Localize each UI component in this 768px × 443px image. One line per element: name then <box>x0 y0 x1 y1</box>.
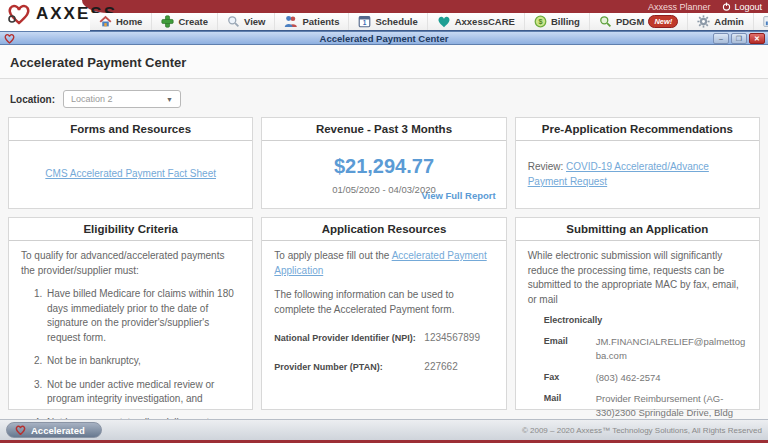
forms-resources-card: Forms and Resources CMS Accelerated Paym… <box>8 117 253 209</box>
view-magnifier-icon <box>227 15 240 28</box>
nav-item-home[interactable]: Home <box>90 13 152 30</box>
mail-value: Provider Reimbursement (AG-330)2300 Spri… <box>596 392 747 419</box>
taskbar-heart-icon <box>15 425 26 435</box>
window-title-bar: Accelerated Payment Center – ❐ ✕ <box>0 31 768 45</box>
apply-paragraph: To apply please fill out the Accelerated… <box>274 249 493 278</box>
revenue-date-range: 01/05/2020 - 04/03/2020 <box>332 183 436 197</box>
patients-icon <box>284 15 298 28</box>
eligibility-list: Have billed Medicare for claims within 1… <box>45 287 240 419</box>
copyright-text: © 2009 – 2020 Axxess™ Technology Solutio… <box>522 426 762 435</box>
ptan-value: 227662 <box>424 360 457 375</box>
content-area: Accelerated Payment Center Location: Loc… <box>0 45 768 419</box>
ptan-label: Provider Number (PTAN): <box>274 361 424 374</box>
pdgm-magnifier-icon <box>599 15 612 28</box>
forms-resources-title: Forms and Resources <box>9 118 252 141</box>
app-header: Axxess Planner Logout AXXESS Home Create… <box>0 0 768 31</box>
heart-icon <box>437 15 451 28</box>
npi-value: 1234567899 <box>424 331 480 346</box>
submitting-intro: While electronic submission will signifi… <box>528 249 747 307</box>
pre-application-title: Pre-Application Recommendations <box>516 118 759 141</box>
npi-label: National Provider Identifier (NPI): <box>274 332 424 345</box>
reports-chart-icon <box>763 15 768 28</box>
npi-row: National Provider Identifier (NPI): 1234… <box>274 331 493 346</box>
admin-gear-icon <box>697 15 710 28</box>
window-heart-icon <box>4 33 15 44</box>
pre-application-card: Pre-Application Recommendations Review: … <box>515 117 760 209</box>
axxess-planner-link[interactable]: Axxess Planner <box>648 2 711 12</box>
location-selected-value: Location 2 <box>71 94 113 104</box>
submitting-application-title: Submitting an Application <box>516 218 759 241</box>
maximize-button[interactable]: ❐ <box>731 33 747 44</box>
location-select[interactable]: Location 2 ▼ <box>63 90 181 108</box>
revenue-amount: $21,294.77 <box>334 152 434 181</box>
nav-item-reports[interactable]: Reports <box>754 13 768 30</box>
submitting-application-card: Submitting an Application While electron… <box>515 217 760 410</box>
application-resources-title: Application Resources <box>262 218 505 241</box>
fax-label: Fax <box>544 371 596 385</box>
svg-text:$: $ <box>538 17 542 26</box>
nav-item-view[interactable]: View <box>218 13 275 30</box>
review-label: Review: <box>528 161 564 172</box>
application-resources-card: Application Resources To apply please fi… <box>261 217 506 410</box>
email-value: JM.FINANCIALRELIEF@palmettogba.com <box>596 335 747 363</box>
nav-item-pdgm[interactable]: PDGM New! <box>590 13 688 30</box>
eligibility-card: Eligibility Criteria To qualify for adva… <box>8 217 253 410</box>
eligibility-item: Have billed Medicare for claims within 1… <box>45 287 240 345</box>
submit-contact-block: Electronically Email JM.FINANCIALRELIEF@… <box>544 314 747 419</box>
page-title: Accelerated Payment Center <box>0 45 768 79</box>
revenue-card: Revenue - Past 3 Months $21,294.77 01/05… <box>261 117 506 209</box>
mail-row: Mail Provider Reimbursement (AG-330)2300… <box>544 392 747 419</box>
email-label: Email <box>544 335 596 363</box>
axxess-heart-stethoscope-icon <box>6 2 32 26</box>
eligibility-item: Not be under active medical review or pr… <box>45 378 240 407</box>
ptan-row: Provider Number (PTAN): 227662 <box>274 360 493 375</box>
chevron-down-icon: ▼ <box>166 96 173 103</box>
create-plus-icon <box>161 15 174 28</box>
main-nav: Home Create View Patients 1 Schedule Axx… <box>90 13 768 31</box>
nav-item-create[interactable]: Create <box>152 13 218 30</box>
taskbar-accelerated-button[interactable]: Accelerated <box>6 422 102 438</box>
electronically-label: Electronically <box>544 314 747 327</box>
location-label: Location: <box>10 94 55 105</box>
pdgm-new-badge: New! <box>648 15 678 28</box>
fax-row: Fax (803) 462-2574 <box>544 371 747 385</box>
nav-item-patients[interactable]: Patients <box>275 13 349 30</box>
eligibility-item: Not be in bankruptcy, <box>45 354 240 369</box>
power-icon <box>722 2 731 11</box>
home-icon <box>99 15 112 28</box>
top-red-bar: Axxess Planner Logout <box>82 0 768 13</box>
logout-button[interactable]: Logout <box>722 2 762 12</box>
view-full-report-link[interactable]: View Full Report <box>421 189 495 203</box>
svg-text:1: 1 <box>363 19 367 26</box>
fax-value: (803) 462-2574 <box>596 371 661 385</box>
close-button[interactable]: ✕ <box>749 33 765 44</box>
schedule-calendar-icon: 1 <box>358 15 371 28</box>
nav-item-axxesscare[interactable]: AxxessCARE <box>428 13 525 30</box>
eligibility-intro: To qualify for advanced/accelerated paym… <box>21 249 240 278</box>
nav-item-admin[interactable]: Admin <box>688 13 754 30</box>
application-info-text: The following information can be used to… <box>274 288 493 317</box>
revenue-title: Revenue - Past 3 Months <box>262 118 505 141</box>
window-title: Accelerated Payment Center <box>0 33 768 44</box>
location-row: Location: Location 2 ▼ <box>0 79 768 117</box>
cms-fact-sheet-link[interactable]: CMS Accelerated Payment Fact Sheet <box>45 167 216 182</box>
minimize-button[interactable]: – <box>713 33 729 44</box>
billing-icon: $ <box>534 15 547 28</box>
eligibility-title: Eligibility Criteria <box>9 218 252 241</box>
mail-label: Mail <box>544 392 596 419</box>
nav-item-billing[interactable]: $ Billing <box>525 13 590 30</box>
email-row: Email JM.FINANCIALRELIEF@palmettogba.com <box>544 335 747 363</box>
nav-item-schedule[interactable]: 1 Schedule <box>349 13 427 30</box>
taskbar: Accelerated © 2009 – 2020 Axxess™ Techno… <box>0 419 768 440</box>
